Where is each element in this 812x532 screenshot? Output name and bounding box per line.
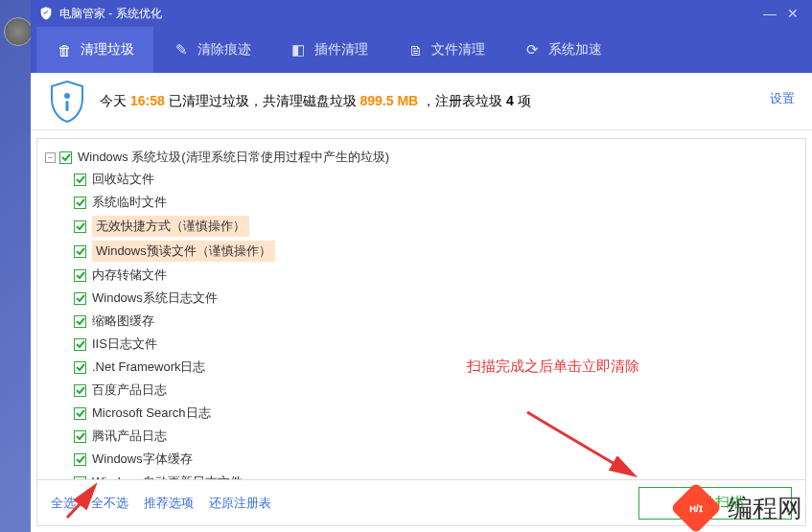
plugin-icon: ◧ xyxy=(290,41,307,58)
tree-item-label: Windows系统日志文件 xyxy=(92,289,218,308)
checkbox[interactable] xyxy=(74,430,86,443)
checkbox[interactable] xyxy=(74,220,86,233)
tree-item-label: Microsoft Search日志 xyxy=(92,404,211,423)
ignore-registry-link[interactable]: 还原注册表 xyxy=(209,495,271,512)
tree-item[interactable]: 系统临时文件 xyxy=(45,191,801,214)
tree-item[interactable]: Windows字体缓存 xyxy=(45,448,801,471)
tree-view[interactable]: −Windows 系统垃圾(清理系统日常使用过程中产生的垃圾)回收站文件系统临时… xyxy=(36,138,806,480)
checkbox[interactable] xyxy=(74,315,86,328)
tree-item-label: IIS日志文件 xyxy=(92,335,157,354)
tree-item[interactable]: Windows预读文件（谨慎操作） xyxy=(45,239,801,264)
checkbox[interactable] xyxy=(74,361,86,374)
tab-plugins[interactable]: ◧ 插件清理 xyxy=(270,27,387,73)
tab-files[interactable]: 🗎 文件清理 xyxy=(387,27,504,73)
tree-item[interactable]: Windows自动更新日志文件 xyxy=(45,471,801,480)
tree-item-label: 百度产品日志 xyxy=(92,381,167,400)
tree-item-label: .Net Framework日志 xyxy=(92,358,205,377)
checkbox[interactable] xyxy=(74,269,86,282)
svg-rect-1 xyxy=(66,101,69,111)
tree-root-label: Windows 系统垃圾(清理系统日常使用过程中产生的垃圾) xyxy=(78,149,389,166)
app-window: 电脑管家 - 系统优化 — ✕ 🗑 清理垃圾 ✎ 清除痕迹 ◧ 插件清理 🗎 文… xyxy=(31,0,812,532)
close-button[interactable]: ✕ xyxy=(781,4,804,23)
window-title: 电脑管家 - 系统优化 xyxy=(59,6,758,22)
tree-item[interactable]: 内存转储文件 xyxy=(45,264,801,287)
recommended-link[interactable]: 推荐选项 xyxy=(144,495,194,512)
collapse-icon[interactable]: − xyxy=(45,152,56,163)
tree-item-label: 腾讯产品日志 xyxy=(92,427,167,446)
tree-item-label: 系统临时文件 xyxy=(92,193,167,212)
desktop-background xyxy=(0,0,31,532)
tree-item-label: 内存转储文件 xyxy=(92,266,167,285)
tree-item-label: 缩略图缓存 xyxy=(92,312,154,331)
status-time: 16:58 xyxy=(130,93,165,108)
checkbox[interactable] xyxy=(74,197,86,209)
brush-icon: ✎ xyxy=(173,41,190,58)
tab-bar: 🗑 清理垃圾 ✎ 清除痕迹 ◧ 插件清理 🗎 文件清理 ⟳ 系统加速 xyxy=(31,27,812,73)
tab-label: 文件清理 xyxy=(431,41,485,58)
tree-item[interactable]: Microsoft Search日志 xyxy=(45,402,801,425)
select-none-link[interactable]: 全不选 xyxy=(91,495,128,512)
tree-item[interactable]: 无效快捷方式（谨慎操作） xyxy=(45,214,801,239)
svg-point-0 xyxy=(64,93,70,99)
tab-label: 清除痕迹 xyxy=(197,41,251,58)
tree-item-label: Windows字体缓存 xyxy=(92,450,193,469)
tree-item[interactable]: 腾讯产品日志 xyxy=(45,425,801,448)
tree-root-node[interactable]: −Windows 系统垃圾(清理系统日常使用过程中产生的垃圾) xyxy=(45,147,801,168)
tab-traces[interactable]: ✎ 清除痕迹 xyxy=(153,27,270,73)
tree-item[interactable]: Windows系统日志文件 xyxy=(45,287,801,310)
trash-icon: 🗑 xyxy=(56,41,73,58)
checkbox[interactable] xyxy=(74,292,86,305)
tree-item-label: Windows预读文件（谨慎操作） xyxy=(92,241,275,262)
tree-item[interactable]: IIS日志文件 xyxy=(45,333,801,356)
checkbox[interactable] xyxy=(74,338,86,351)
watermark-logo-icon: ʜ/ɪ xyxy=(670,482,722,532)
checkbox[interactable] xyxy=(74,245,86,258)
status-count: 4 xyxy=(506,93,514,108)
tab-label: 插件清理 xyxy=(314,41,368,58)
tree-item-label: 无效快捷方式（谨慎操作） xyxy=(92,216,249,237)
tab-cleanup[interactable]: 🗑 清理垃圾 xyxy=(36,27,153,73)
tree-item[interactable]: .Net Framework日志 xyxy=(45,356,801,379)
tree-item-label: Windows自动更新日志文件 xyxy=(92,473,243,480)
tree-item-label: 回收站文件 xyxy=(92,170,154,189)
watermark-text: 编程网 xyxy=(728,492,802,525)
speed-icon: ⟳ xyxy=(523,41,541,58)
app-shield-icon xyxy=(38,6,54,21)
status-size: 899.5 MB xyxy=(360,93,418,108)
settings-link[interactable]: 设置 xyxy=(770,90,795,107)
minimize-button[interactable]: — xyxy=(758,4,781,23)
tab-label: 清理垃圾 xyxy=(81,41,134,58)
tree-item[interactable]: 回收站文件 xyxy=(45,168,801,191)
checkbox[interactable] xyxy=(74,384,86,397)
checkbox[interactable] xyxy=(59,151,72,164)
checkbox[interactable] xyxy=(74,173,86,186)
checkbox[interactable] xyxy=(74,407,86,420)
avatar xyxy=(4,17,33,46)
title-bar: 电脑管家 - 系统优化 — ✕ xyxy=(31,0,812,27)
tab-speedup[interactable]: ⟳ 系统加速 xyxy=(504,27,621,73)
watermark: ʜ/ɪ 编程网 xyxy=(678,490,802,526)
tree-item[interactable]: 百度产品日志 xyxy=(45,379,801,402)
tab-label: 系统加速 xyxy=(548,41,602,58)
checkbox[interactable] xyxy=(74,453,86,466)
select-all-link[interactable]: 全选 xyxy=(51,495,76,512)
status-info-bar: 今天 16:58 已清理过垃圾，共清理磁盘垃圾 899.5 MB ，注册表垃圾 … xyxy=(31,73,812,130)
info-shield-icon xyxy=(48,80,86,124)
tree-item[interactable]: 缩略图缓存 xyxy=(45,310,801,333)
status-text: 今天 16:58 已清理过垃圾，共清理磁盘垃圾 899.5 MB ，注册表垃圾 … xyxy=(100,93,531,110)
file-icon: 🗎 xyxy=(406,41,424,58)
